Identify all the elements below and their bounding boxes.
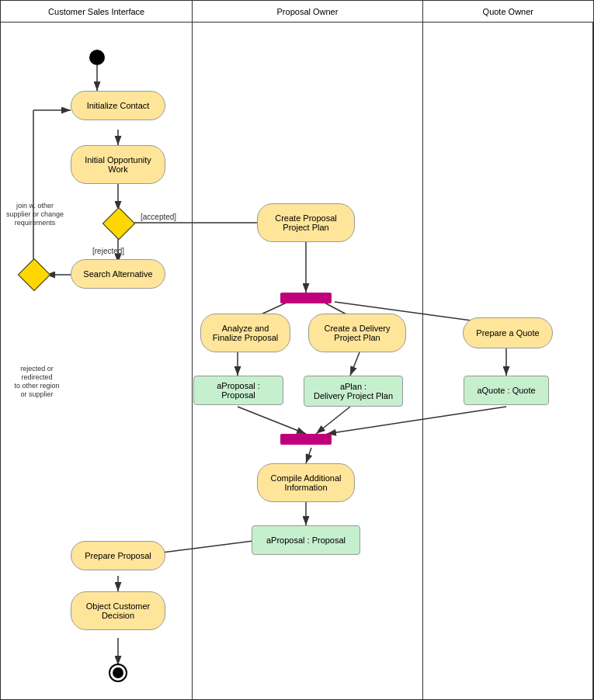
initial-opportunity-label: Initial Opportunity Work — [85, 155, 151, 174]
aplan-node: aPlan : Delivery Project Plan — [304, 376, 403, 407]
swimlane-body: [accepted] [rejected] Initialize Contact… — [1, 23, 593, 700]
aplan-label: aPlan : Delivery Project Plan — [314, 382, 393, 400]
prepare-quote-node: Prepare a Quote — [463, 317, 553, 348]
lane1-header: Customer Sales Interface — [1, 1, 193, 22]
object-customer-label: Object Customer Decision — [86, 601, 151, 620]
prepare-proposal-node: Prepare Proposal — [71, 541, 165, 570]
rejected-text-label: rejected or redirected to other region o… — [4, 364, 70, 398]
object-customer-node: Object Customer Decision — [71, 591, 165, 630]
create-proposal-node: Create Proposal Project Plan — [257, 203, 355, 242]
lane2-label: Proposal Owner — [277, 7, 339, 16]
aproposal1-node: aProposal : Proposal — [193, 376, 283, 405]
analyze-finalize-node: Analyze and Finalize Proposal — [200, 314, 290, 352]
prepare-proposal-label: Prepare Proposal — [85, 551, 151, 560]
sync-bar1 — [280, 293, 332, 303]
create-delivery-node: Create a Delivery Project Plan — [308, 314, 406, 352]
swimlane-headers: Customer Sales Interface Proposal Owner … — [1, 1, 593, 23]
join-text-label: join w. other supplier or change require… — [4, 201, 66, 227]
search-alternative-label: Search Alternative — [83, 269, 152, 279]
lane2-header: Proposal Owner — [193, 1, 422, 22]
aquote-label: aQuote : Quote — [477, 386, 535, 395]
prepare-quote-label: Prepare a Quote — [476, 328, 539, 338]
diagram-container: Customer Sales Interface Proposal Owner … — [0, 0, 594, 700]
compile-additional-node: Compile Additional Information — [257, 463, 355, 502]
start-node — [89, 50, 105, 65]
diamond1-node — [106, 210, 132, 237]
aproposal2-label: aProposal : Proposal — [266, 535, 346, 545]
lane2 — [193, 23, 422, 700]
end-node — [109, 664, 127, 682]
initialize-contact-node: Initialize Contact — [71, 91, 165, 120]
compile-additional-label: Compile Additional Information — [270, 473, 341, 492]
sync-bar2 — [280, 434, 332, 445]
lane3-header: Quote Owner — [423, 1, 593, 22]
create-proposal-label: Create Proposal Project Plan — [275, 213, 337, 232]
initial-opportunity-node: Initial Opportunity Work — [71, 145, 165, 184]
analyze-finalize-label: Analyze and Finalize Proposal — [213, 324, 278, 342]
create-delivery-label: Create a Delivery Project Plan — [325, 324, 391, 342]
lane1-label: Customer Sales Interface — [48, 7, 144, 16]
initialize-contact-label: Initialize Contact — [87, 101, 150, 110]
aquote-node: aQuote : Quote — [464, 376, 549, 405]
aproposal2-node: aProposal : Proposal — [252, 525, 360, 555]
aproposal1-label: aProposal : Proposal — [200, 381, 276, 400]
diamond2-node — [21, 262, 47, 288]
lane3-label: Quote Owner — [483, 7, 533, 16]
lane3 — [423, 23, 593, 700]
search-alternative-node: Search Alternative — [71, 259, 165, 289]
